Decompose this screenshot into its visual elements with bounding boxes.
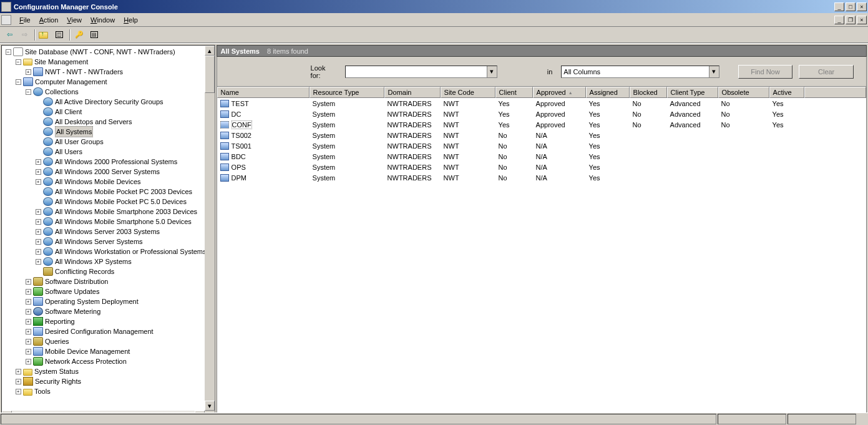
tree-root[interactable]: Site Database (NWT - CONF, NWT - NWTrade… [25,47,175,57]
tree-collection-item[interactable]: All Systems [3,127,215,137]
tree-collection-item[interactable]: +All Windows Mobile Devices [3,177,215,187]
tree-reporting[interactable]: Reporting [45,316,75,326]
column-domain[interactable]: Domain [384,87,441,98]
scroll-up-button[interactable]: ▴ [205,46,215,56]
column-blocked[interactable]: Blocked [630,87,667,98]
close-button[interactable]: × [857,2,867,11]
expand-icon[interactable]: + [36,219,41,225]
tree-item-label[interactable]: All Client [55,107,82,117]
tree-item-label[interactable]: All Windows XP Systems [55,256,132,266]
table-row[interactable]: DCSystemNWTRADERSNWTYesApprovedYesNoAdva… [217,109,866,119]
tree-item-label[interactable]: All User Groups [55,137,104,147]
table-row[interactable]: BDCSystemNWTRADERSNWTNoN/AYes [217,151,866,162]
expand-icon[interactable]: + [16,369,21,374]
tree-scrollbar-vertical[interactable]: ▴ ▾ [205,46,215,411]
column-active[interactable]: Active [769,87,804,98]
tree-item-label[interactable]: All Systems [55,126,93,137]
menu-view[interactable]: View [62,15,86,25]
mdi-restore-button[interactable]: ❐ [846,16,856,24]
table-row[interactable]: CONFSystemNWTRADERSNWTYesApprovedYesNoAd… [217,119,866,130]
collapse-icon[interactable]: − [6,49,11,55]
menu-action[interactable]: Action [35,15,63,25]
expand-icon[interactable]: + [36,249,41,255]
refresh-button[interactable]: 🔑 [72,28,86,42]
expand-icon[interactable]: + [36,229,41,235]
tree-collection-item[interactable]: +All Windows 2000 Server Systems [3,167,215,177]
scroll-down-button[interactable]: ▾ [205,401,215,411]
expand-icon[interactable]: + [26,359,31,364]
collapse-icon[interactable]: − [16,59,21,65]
navigation-tree[interactable]: −Site Database (NWT - CONF, NWT - NWTrad… [2,46,215,396]
tree-collection-item[interactable]: All Active Directory Security Groups [3,97,215,107]
tree-collection-item[interactable]: +All Windows Server Systems [3,237,215,247]
menu-help[interactable]: Help [119,15,142,25]
title-bar[interactable]: Configuration Manager Console _ □ × [0,0,868,13]
tree-collection-item[interactable]: All Desktops and Servers [3,117,215,127]
tree-collection-item[interactable]: +All Windows XP Systems [3,256,215,266]
column-obsolete[interactable]: Obsolete [718,87,769,98]
expand-icon[interactable]: + [26,319,31,325]
table-row[interactable]: DPMSystemNWTRADERSNWTNoN/AYes [217,172,866,183]
expand-icon[interactable]: + [36,179,41,185]
tree-collection-item[interactable]: All Windows Mobile Pocket PC 2003 Device… [3,187,215,197]
tree-collections[interactable]: Collections [45,87,79,97]
tree-os-deploy[interactable]: Operating System Deployment [45,296,139,306]
tree-collection-item[interactable]: +All Windows Mobile Smartphone 2003 Devi… [3,207,215,217]
in-select[interactable]: ▾ [561,66,719,78]
column-assigned[interactable]: Assigned [586,87,630,98]
table-row[interactable]: TESTSystemNWTRADERSNWTYesApprovedYesNoAd… [217,98,866,109]
tree-system-status[interactable]: System Status [34,366,79,376]
clear-button[interactable]: Clear [799,65,854,79]
column-name[interactable]: Name [217,87,310,98]
tree-nap[interactable]: Network Access Protection [45,356,127,366]
look-for-field[interactable] [346,66,487,77]
in-field[interactable] [562,66,708,77]
back-button[interactable]: ⇦ [2,28,16,42]
tree-item-label[interactable]: All Windows Mobile Devices [55,177,141,187]
tree-computer-management[interactable]: Computer Management [35,77,107,87]
tree-sw-updates[interactable]: Software Updates [45,286,99,296]
tree-site-management[interactable]: Site Management [34,57,88,67]
look-for-input[interactable]: ▾ [345,66,497,78]
minimize-button[interactable]: _ [834,2,844,11]
tree-collection-item[interactable]: +All Windows 2000 Professional Systems [3,157,215,167]
tree-item-label[interactable]: All Windows Mobile Smartphone 5.0 Device… [55,217,192,227]
tree-item-label[interactable]: All Windows Server 2003 Systems [55,227,160,237]
resize-grip[interactable] [857,414,867,424]
dropdown-button[interactable]: ▾ [487,66,497,77]
tree-item-label[interactable]: All Active Directory Security Groups [55,97,163,107]
expand-icon[interactable]: + [26,69,31,75]
tree-item-label[interactable]: All Users [55,147,82,157]
menu-file[interactable]: File [15,15,35,25]
expand-icon[interactable]: + [26,289,31,295]
export-button[interactable]: ▤ [87,28,101,42]
expand-icon[interactable]: + [26,349,31,354]
menu-window[interactable]: Window [86,15,119,25]
scroll-thumb[interactable] [205,56,215,93]
expand-icon[interactable]: + [36,159,41,165]
tree-collection-item[interactable]: +All Windows Mobile Smartphone 5.0 Devic… [3,217,215,227]
find-now-button[interactable]: Find Now [738,65,793,79]
tree-conflicting[interactable]: Conflicting Records [55,266,114,276]
table-row[interactable]: TS002SystemNWTRADERSNWTNoN/AYes [217,130,866,140]
column-approved[interactable]: Approved▲ [533,87,586,98]
show-hide-tree-button[interactable]: ◫ [52,28,66,42]
tree-security[interactable]: Security Rights [35,376,81,386]
expand-icon[interactable]: + [36,209,41,215]
tree-dcm[interactable]: Desired Configuration Management [45,326,154,336]
tree-item-label[interactable]: All Desktops and Servers [55,117,132,127]
collapse-icon[interactable]: − [16,79,21,85]
expand-icon[interactable]: + [16,379,21,384]
expand-icon[interactable]: + [16,389,21,394]
expand-icon[interactable]: + [26,329,31,335]
expand-icon[interactable]: + [26,299,31,305]
forward-button[interactable]: ⇨ [17,28,31,42]
tree-collection-item[interactable]: +All Windows Workstation or Professional… [3,247,215,256]
expand-icon[interactable]: + [36,169,41,175]
tree-item-label[interactable]: All Windows Mobile Smartphone 2003 Devic… [55,207,197,217]
mdi-close-button[interactable]: × [857,16,867,24]
expand-icon[interactable]: + [26,339,31,344]
column-site-code[interactable]: Site Code [441,87,495,98]
tree-collection-item[interactable]: All Client [3,107,215,117]
tree-collection-item[interactable]: +All Windows Server 2003 Systems [3,227,215,237]
